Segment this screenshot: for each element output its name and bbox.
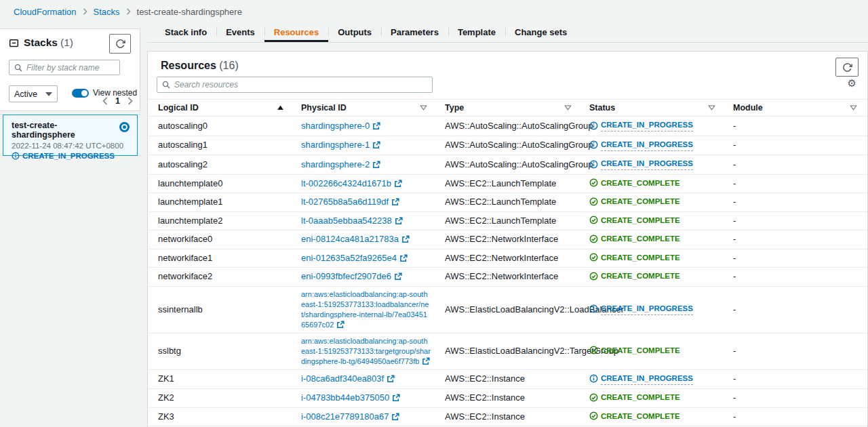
- external-link-icon[interactable]: [394, 272, 402, 281]
- tab-events[interactable]: Events: [216, 22, 264, 42]
- tab-outputs[interactable]: Outputs: [328, 22, 381, 42]
- status-badge: CREATE_COMPLETE: [589, 233, 680, 244]
- breadcrumb-item-test-create-shardingsphere: test-create-shardingsphere: [137, 7, 242, 17]
- sort-ascending-icon[interactable]: [277, 106, 283, 110]
- module-cell: -: [726, 230, 867, 249]
- info-icon: [589, 304, 598, 313]
- external-link-icon[interactable]: [372, 161, 380, 169]
- physical-id-link[interactable]: arn:aws:elasticloadbalancing:ap-southeas…: [301, 336, 431, 367]
- external-link-icon[interactable]: [336, 321, 344, 329]
- preferences-gear-icon[interactable]: ⚙: [848, 79, 856, 89]
- stack-card[interactable]: test-create-shardingsphere 2022-11-24 08…: [3, 115, 138, 156]
- status-cell: CREATE_IN_PROGRESS: [582, 369, 726, 389]
- physical-id-cell: i-08ca6adf340ea803f: [294, 369, 437, 389]
- tab-parameters[interactable]: Parameters: [381, 22, 448, 42]
- physical-id-cell: i-008c21e7789180a67: [294, 407, 437, 426]
- external-link-icon[interactable]: [387, 375, 395, 383]
- physical-id-link[interactable]: lt-002266c4324d1671b: [301, 178, 402, 188]
- type-cell: AWS::AutoScaling::AutoScalingGroup: [437, 155, 582, 175]
- stacks-refresh-button[interactable]: [109, 34, 131, 54]
- external-link-icon[interactable]: [394, 180, 402, 188]
- filter-icon[interactable]: [564, 105, 572, 110]
- tab-template[interactable]: Template: [448, 22, 505, 42]
- status-badge: CREATE_COMPLETE: [589, 252, 680, 263]
- external-link-icon[interactable]: [392, 394, 400, 402]
- column-label: Type: [445, 103, 464, 113]
- external-link-icon[interactable]: [391, 413, 399, 421]
- status-cell: CREATE_IN_PROGRESS: [582, 155, 726, 175]
- external-link-icon[interactable]: [399, 254, 408, 262]
- stack-status-filter-select[interactable]: Active: [9, 85, 58, 102]
- tab-stack-info[interactable]: Stack info: [155, 22, 216, 42]
- tab-change-sets[interactable]: Change sets: [505, 22, 576, 42]
- column-header-status[interactable]: Status: [582, 100, 726, 117]
- physical-id-link[interactable]: i-04783bb44eb375050: [301, 392, 400, 403]
- physical-id-cell: lt-002266c4324d1671b: [294, 174, 437, 193]
- check-circle-icon: [589, 235, 598, 243]
- column-header-module[interactable]: Module: [726, 100, 867, 117]
- check-circle-icon: [589, 393, 598, 402]
- view-nested-toggle[interactable]: [72, 89, 89, 98]
- filter-icon[interactable]: [708, 105, 715, 110]
- stack-filter-input[interactable]: [26, 63, 115, 73]
- status-badge: CREATE_COMPLETE: [589, 270, 680, 281]
- search-icon: [14, 64, 22, 72]
- physical-id-link[interactable]: shardingsphere-2: [301, 159, 380, 169]
- resource-row: launchtemplate1lt-02765b8a5a6d119dfAWS::…: [148, 193, 867, 212]
- logical-id-cell: autoscaling0: [148, 117, 294, 136]
- external-link-icon[interactable]: [422, 357, 430, 365]
- status-label[interactable]: CREATE_IN_PROGRESS: [601, 139, 693, 151]
- external-link-icon[interactable]: [372, 122, 380, 130]
- logical-id-cell: launchtemplate2: [148, 211, 294, 230]
- physical-id-link[interactable]: i-08ca6adf340ea803f: [301, 373, 395, 384]
- chevron-left-icon: [102, 97, 108, 105]
- resource-row: networkiface2eni-0993fbfecf2907de6AWS::E…: [148, 268, 867, 287]
- breadcrumb-item-cloudformation[interactable]: CloudFormation: [14, 7, 77, 17]
- stack-status-label[interactable]: CREATE_IN_PROGRESS: [22, 152, 115, 160]
- status-label[interactable]: CREATE_IN_PROGRESS: [601, 158, 693, 170]
- logical-id-cell: launchtemplate1: [148, 193, 294, 212]
- physical-id-link[interactable]: lt-0aaab5ebbaa542238: [301, 216, 403, 226]
- status-badge: CREATE_COMPLETE: [589, 178, 680, 188]
- external-link-icon[interactable]: [395, 217, 403, 225]
- status-cell: CREATE_COMPLETE: [582, 268, 726, 287]
- physical-id-link[interactable]: shardingsphere-1: [301, 140, 380, 150]
- status-label[interactable]: CREATE_IN_PROGRESS: [601, 119, 693, 131]
- status-label[interactable]: CREATE_IN_PROGRESS: [601, 303, 693, 315]
- resource-row: autoscaling2shardingsphere-2AWS::AutoSca…: [148, 155, 867, 175]
- type-cell: AWS::EC2::NetworkInterface: [437, 230, 582, 249]
- status-badge: CREATE_COMPLETE: [589, 196, 680, 207]
- status-label[interactable]: CREATE_IN_PROGRESS: [601, 373, 693, 385]
- physical-id-link[interactable]: eni-0993fbfecf2907de6: [301, 271, 402, 281]
- next-page-button[interactable]: [127, 97, 133, 105]
- filter-icon[interactable]: [850, 105, 857, 110]
- status-cell: CREATE_COMPLETE: [582, 333, 726, 369]
- radio-dot: [123, 125, 126, 129]
- previous-page-button[interactable]: [102, 97, 108, 105]
- status-badge: CREATE_COMPLETE: [589, 215, 680, 226]
- current-page-number[interactable]: 1: [115, 96, 120, 106]
- logical-id-cell: ZK3: [148, 407, 294, 426]
- external-link-icon[interactable]: [401, 235, 410, 243]
- external-link-icon[interactable]: [372, 141, 380, 149]
- column-header-type[interactable]: Type: [437, 100, 582, 117]
- type-cell: AWS::EC2::LaunchTemplate: [437, 193, 582, 212]
- breadcrumb-item-stacks[interactable]: Stacks: [94, 7, 120, 17]
- physical-id-link[interactable]: i-008c21e7789180a67: [301, 411, 399, 422]
- external-link-icon[interactable]: [391, 198, 399, 206]
- collapse-panel-icon[interactable]: [9, 38, 19, 48]
- status-label: CREATE_COMPLETE: [601, 345, 680, 356]
- resources-search-input[interactable]: [174, 80, 427, 89]
- column-header-physical-id[interactable]: Physical ID: [294, 100, 437, 117]
- tab-resources[interactable]: Resources: [264, 22, 328, 42]
- physical-id-link[interactable]: arn:aws:elasticloadbalancing:ap-southeas…: [301, 289, 431, 330]
- stack-radio-selected[interactable]: [119, 122, 130, 132]
- physical-id-link[interactable]: shardingsphere-0: [301, 121, 380, 131]
- physical-id-link[interactable]: lt-02765b8a5a6d119df: [301, 197, 399, 207]
- stack-detail-tabs: Stack infoEventsResourcesOutputsParamete…: [147, 22, 868, 43]
- physical-id-link[interactable]: eni-08124ca481a21783a: [301, 234, 410, 244]
- filter-icon[interactable]: [420, 105, 427, 110]
- column-header-logical-id[interactable]: Logical ID: [148, 100, 294, 117]
- physical-id-link[interactable]: eni-012635a52fa9265e4: [301, 253, 408, 263]
- resources-refresh-button[interactable]: [835, 58, 859, 77]
